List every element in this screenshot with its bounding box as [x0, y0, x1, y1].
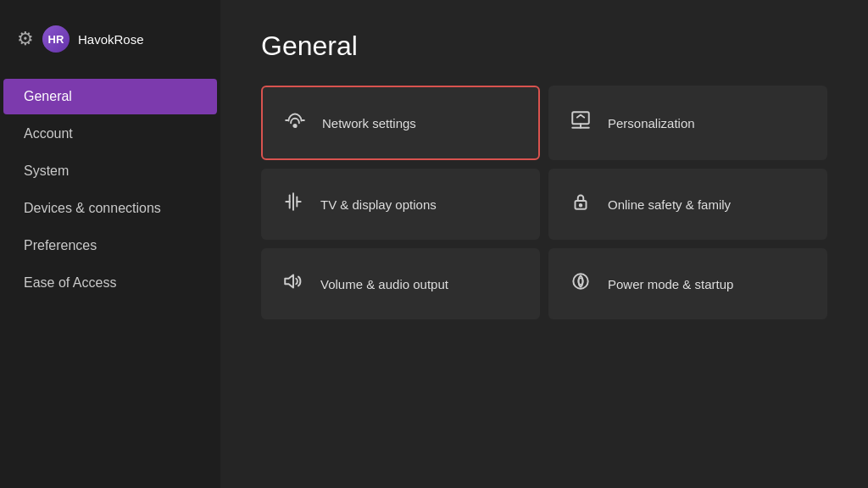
tile-personalization-label: Personalization: [608, 116, 695, 130]
sidebar-item-label: Account: [24, 126, 73, 141]
tv-display-icon: [281, 191, 305, 218]
sidebar-item-label: Ease of Access: [24, 275, 116, 290]
sidebar-item-label: General: [24, 89, 72, 103]
online-safety-icon: [569, 191, 593, 218]
sidebar-header: ⚙ HR HavokRose: [0, 17, 220, 78]
tile-online-safety-label: Online safety & family: [608, 197, 731, 212]
sidebar-item-label: System: [24, 164, 69, 178]
sidebar-item-label: Preferences: [24, 238, 97, 252]
tile-volume-audio-label: Volume & audio output: [320, 277, 448, 291]
sidebar-item-account[interactable]: Account: [3, 116, 217, 152]
svg-point-12: [580, 204, 582, 207]
sidebar-item-preferences[interactable]: Preferences: [3, 228, 217, 263]
page-title: General: [261, 30, 827, 62]
tile-personalization[interactable]: Personalization: [548, 86, 827, 160]
tile-online-safety[interactable]: Online safety & family: [548, 169, 827, 240]
main-content: General Network settings: [220, 0, 868, 488]
power-mode-icon: [569, 270, 593, 297]
network-settings-icon: [283, 109, 307, 136]
tile-power-mode-label: Power mode & startup: [608, 277, 733, 291]
tile-network-settings[interactable]: Network settings: [261, 86, 540, 160]
sidebar-item-general[interactable]: General: [3, 79, 217, 114]
tile-tv-display[interactable]: TV & display options: [261, 169, 540, 240]
tile-tv-display-label: TV & display options: [320, 197, 437, 212]
svg-rect-3: [572, 112, 589, 124]
sidebar-navigation: General Account System Devices & connect…: [0, 78, 220, 302]
personalization-icon: [569, 109, 593, 136]
sidebar: ⚙ HR HavokRose General Account System De…: [0, 0, 220, 488]
gear-icon: ⚙: [17, 28, 34, 50]
tile-network-settings-label: Network settings: [322, 116, 416, 130]
svg-point-0: [293, 125, 296, 127]
username-label: HavokRose: [78, 32, 144, 47]
sidebar-item-label: Devices & connections: [24, 201, 161, 215]
sidebar-item-devices[interactable]: Devices & connections: [3, 191, 217, 226]
settings-grid: Network settings Personalization: [261, 86, 827, 319]
sidebar-item-ease-of-access[interactable]: Ease of Access: [3, 265, 217, 301]
sidebar-item-system[interactable]: System: [3, 153, 217, 189]
svg-marker-13: [285, 274, 293, 287]
svg-point-15: [578, 278, 582, 285]
tile-volume-audio[interactable]: Volume & audio output: [261, 248, 540, 319]
avatar: HR: [42, 25, 70, 53]
tile-power-mode[interactable]: Power mode & startup: [548, 248, 827, 319]
volume-audio-icon: [281, 270, 305, 297]
